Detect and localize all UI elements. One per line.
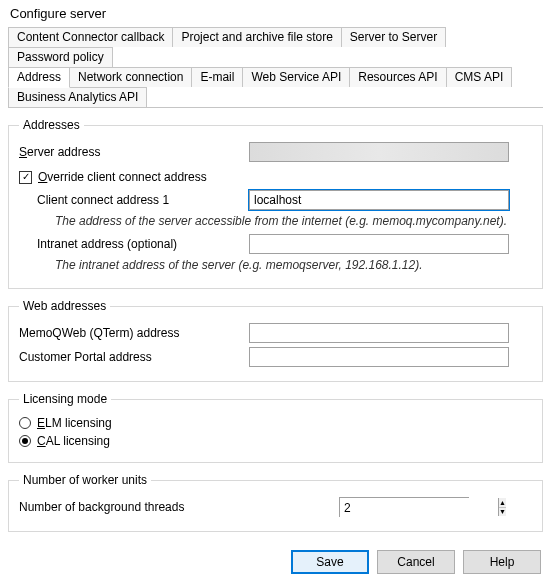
tab-address[interactable]: Address [8,67,70,88]
addresses-legend: Addresses [19,118,84,132]
tab-password-policy[interactable]: Password policy [8,47,113,67]
licensing-legend: Licensing mode [19,392,111,406]
server-address-input[interactable] [249,142,509,162]
elm-radio[interactable] [19,417,31,429]
web-addresses-legend: Web addresses [19,299,110,313]
web-addresses-group: Web addresses MemoQWeb (QTerm) address C… [8,299,543,382]
cal-radio[interactable] [19,435,31,447]
help-button[interactable]: Help [463,550,541,574]
intranet-label: Intranet address (optional) [19,237,249,251]
threads-input[interactable] [340,498,498,518]
tab-web-service-api[interactable]: Web Service API [242,67,350,87]
portal-label: Customer Portal address [19,350,249,364]
tab-server-to-server[interactable]: Server to Server [341,27,446,47]
intranet-input[interactable] [249,234,509,254]
tab-network-connection[interactable]: Network connection [69,67,192,87]
tabs-row-2: Address Network connection E-mail Web Se… [8,67,543,107]
tabs-row-1: Content Connector callback Project and a… [8,27,543,67]
button-bar: Save Cancel Help [8,544,543,576]
window-title: Configure server [8,6,543,21]
cancel-button[interactable]: Cancel [377,550,455,574]
tab-content-connector-callback[interactable]: Content Connector callback [8,27,173,47]
client-connect-input[interactable] [249,190,509,210]
cal-label: CAL licensing [37,434,110,448]
configure-server-window: Configure server Content Connector callb… [0,0,551,580]
save-button[interactable]: Save [291,550,369,574]
tab-business-analytics-api[interactable]: Business Analytics API [8,87,147,107]
intranet-hint: The intranet address of the server (e.g.… [55,258,532,272]
elm-label: ELM licensing [37,416,112,430]
server-address-label: Server address [19,145,249,159]
memoqweb-label: MemoQWeb (QTerm) address [19,326,249,340]
threads-spinner[interactable]: ▲ ▼ [339,497,469,517]
tab-resources-api[interactable]: Resources API [349,67,446,87]
client-connect-label: Client connect address 1 [19,193,249,207]
tab-panel-address: Addresses Server address ✓ Override clie… [8,107,543,532]
override-label: Override client connect address [38,170,207,184]
threads-down-icon[interactable]: ▼ [499,508,506,517]
addresses-group: Addresses Server address ✓ Override clie… [8,118,543,289]
licensing-group: Licensing mode ELM licensing CAL licensi… [8,392,543,463]
worker-units-group: Number of worker units Number of backgro… [8,473,543,532]
threads-up-icon[interactable]: ▲ [499,498,506,508]
tab-cms-api[interactable]: CMS API [446,67,513,87]
memoqweb-input[interactable] [249,323,509,343]
client-connect-hint: The address of the server accessible fro… [55,214,532,228]
override-checkbox[interactable]: ✓ [19,171,32,184]
threads-label: Number of background threads [19,500,339,514]
tab-email[interactable]: E-mail [191,67,243,87]
portal-input[interactable] [249,347,509,367]
tab-project-archive-store[interactable]: Project and archive file store [172,27,341,47]
worker-units-legend: Number of worker units [19,473,151,487]
